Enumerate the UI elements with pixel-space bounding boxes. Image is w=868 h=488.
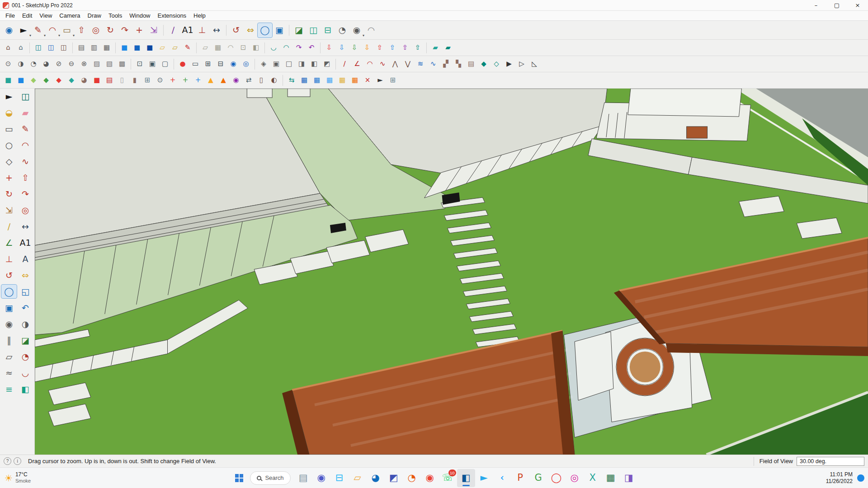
tag-tool[interactable]: ≡ (1, 382, 17, 396)
offset-tool[interactable]: ◎ (18, 203, 33, 217)
stamp-icon[interactable]: ⊡ (237, 42, 250, 54)
play-icon[interactable]: ▶ (503, 58, 515, 70)
gem-icon[interactable]: ◆ (477, 58, 490, 70)
mirror-icon[interactable]: ⇄ (242, 74, 255, 87)
settings-diamond-icon[interactable]: ◆ (52, 74, 65, 87)
drape-icon[interactable]: ◧ (250, 42, 262, 54)
bin-icon[interactable]: ▯ (255, 74, 268, 87)
menu-window[interactable]: Window (126, 12, 154, 19)
notification-center-button[interactable] (857, 474, 864, 482)
section-fill-tool[interactable]: ◧ (18, 382, 33, 396)
polygon-tool[interactable]: ◇ (1, 155, 17, 168)
shadows-toggle-icon[interactable]: ▣ (146, 58, 159, 70)
text-tool[interactable]: A1 (18, 236, 33, 249)
menu-camera[interactable]: Camera (56, 12, 84, 19)
menu-extensions[interactable]: Extensions (154, 12, 190, 19)
search-extensions-icon[interactable]: ◔ (335, 23, 349, 38)
texture-a-icon[interactable]: ▨ (90, 58, 103, 70)
pan-tool[interactable]: ⇔ (243, 23, 258, 38)
teams-app-icon[interactable]: ◉ (312, 469, 330, 487)
look-around-tool[interactable]: ◠ (364, 23, 378, 38)
book-icon[interactable]: ▤ (103, 74, 116, 87)
drop-vertices-red-icon[interactable]: ⇩ (323, 42, 335, 54)
label-icon[interactable]: ▱ (156, 42, 169, 54)
3d-warehouse-icon[interactable]: ⌂ (2, 42, 14, 54)
3d-text-tool[interactable]: A (18, 252, 33, 266)
lock-component-icon[interactable]: ◫ (57, 42, 70, 54)
component-swap-icon[interactable]: ⇆ (285, 74, 298, 87)
clock[interactable]: 11:01 PM 11/26/2022 (826, 471, 853, 485)
rotate-tool[interactable]: ↻ (1, 187, 17, 201)
hidden-line-icon[interactable]: ◔ (27, 58, 40, 70)
instructor-icon[interactable]: ◆ (40, 74, 52, 87)
model-scene[interactable] (35, 89, 868, 455)
waves-icon[interactable]: ≋ (414, 58, 427, 70)
hatch-ne-icon[interactable]: ▞ (439, 58, 452, 70)
curve-tool-icon[interactable]: ◠ (280, 42, 292, 54)
cone-icon[interactable]: ▲ (217, 74, 230, 87)
xd-app-icon[interactable]: X (584, 469, 602, 487)
edit-component-icon[interactable]: ◫ (45, 42, 57, 54)
texture-b-icon[interactable]: ▧ (103, 58, 116, 70)
board-icon[interactable]: ▤ (465, 58, 477, 70)
push-pull-tool[interactable]: ⇧ (74, 23, 89, 38)
line-tool[interactable]: ✎▾ (31, 23, 45, 38)
tags-panel-icon[interactable]: ■ (2, 74, 14, 87)
outliner-panel-icon[interactable]: ■ (14, 74, 27, 87)
flag-note-icon[interactable]: ▱ (169, 42, 181, 54)
firefox-browser-icon[interactable]: ◔ (403, 469, 421, 487)
section-plane-tool[interactable]: ◪ (18, 333, 33, 347)
delete-icon[interactable]: × (361, 74, 374, 87)
menu-view[interactable]: View (36, 12, 56, 19)
rotate-tool[interactable]: ↻ (103, 23, 118, 38)
node-edit-icon[interactable]: ⊙ (154, 74, 166, 87)
layout-grid-icon[interactable]: ⊞ (387, 74, 399, 87)
dimension-tool[interactable]: ↔ (18, 220, 33, 233)
make-component-tool[interactable]: ◫ (18, 89, 33, 103)
zoom-extents-tool[interactable]: ▣ (1, 301, 17, 314)
back-view-icon[interactable]: ◧ (308, 58, 321, 70)
raise-vertices-teal-icon[interactable]: ⇧ (411, 42, 424, 54)
photos-app-icon[interactable]: ◩ (385, 469, 403, 487)
line-tool[interactable]: ✎ (18, 122, 33, 136)
film-icon[interactable]: ⊞ (202, 58, 214, 70)
pyramid-icon[interactable]: ▲ (204, 74, 217, 87)
file-explorer-icon[interactable]: ▱ (349, 469, 367, 487)
solid-intersect-icon[interactable]: ■ (143, 42, 156, 54)
weather-widget[interactable]: ☀ 17°C Smoke (5, 472, 31, 483)
line-2pt-icon[interactable]: ∕ (338, 58, 351, 70)
raise-vertices-purple-icon[interactable]: ⇧ (399, 42, 411, 54)
menu-edit[interactable]: Edit (19, 12, 36, 19)
shaded-icon[interactable]: ◑ (14, 58, 27, 70)
grid-blue-a-icon[interactable]: ▦ (298, 74, 311, 87)
look-around-tool[interactable]: ◑ (18, 317, 33, 331)
edge-split-icon[interactable]: ⋁ (401, 58, 414, 70)
user-profile-button[interactable]: ◉▾ (349, 23, 364, 38)
store-app-icon[interactable]: ⊟ (330, 469, 349, 487)
arc-3pt-icon[interactable]: ◠ (363, 58, 376, 70)
grid-blue-c-icon[interactable]: ▦ (323, 74, 336, 87)
drop-vertices-orange-icon[interactable]: ⇩ (361, 42, 373, 54)
orbit-tool[interactable]: ↺ (229, 23, 243, 38)
push-pull-tool[interactable]: ⇧ (18, 171, 33, 184)
menu-file[interactable]: File (2, 12, 19, 19)
freehand-tool[interactable]: ∿ (18, 155, 33, 168)
zoom-window-tool[interactable]: ◉ (2, 23, 16, 38)
xray-icon[interactable]: ⊘ (52, 58, 65, 70)
material-red-icon[interactable]: ■ (90, 74, 103, 87)
close-button[interactable]: × (847, 0, 868, 10)
scenes-panel-icon[interactable]: ◆ (27, 74, 40, 87)
camera-previous-icon[interactable]: ◉ (227, 58, 240, 70)
instagram-icon[interactable]: ◎ (566, 469, 584, 487)
add-red-icon[interactable]: + (166, 74, 179, 87)
monitor-icon[interactable]: ▭ (189, 58, 202, 70)
viewport-3d[interactable] (35, 89, 868, 455)
credits-info-icon[interactable]: i (14, 457, 21, 465)
search-box[interactable]: Search (250, 471, 290, 485)
maximize-button[interactable]: ▢ (826, 0, 847, 10)
paint-bucket-tool[interactable]: ◒ (1, 106, 17, 119)
drop-vertices-blue-icon[interactable]: ⇩ (335, 42, 348, 54)
link-icon[interactable]: ⊞ (141, 74, 154, 87)
grid-blue-b-icon[interactable]: ▦ (311, 74, 323, 87)
wood-sample-icon[interactable]: ▮ (128, 74, 141, 87)
